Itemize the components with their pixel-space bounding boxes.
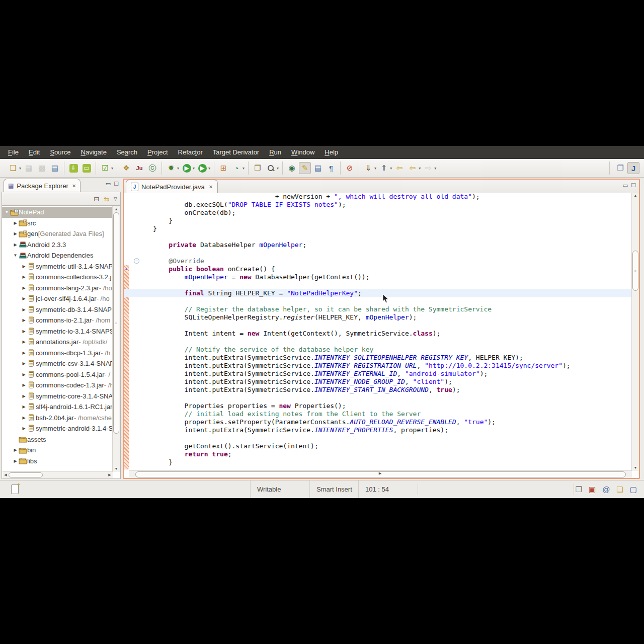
menu-window[interactable]: Window	[286, 146, 319, 159]
minimize-icon[interactable]: ▭	[623, 182, 628, 189]
collapse-arrow-icon[interactable]: ▼	[13, 253, 18, 258]
tree-item-commons-dbcp-1-3-jar[interactable]: ▶010commons-dbcp-1.3.jar - /h	[2, 348, 113, 359]
android-sdk-manager-button[interactable]: ⇩	[67, 162, 79, 174]
editor-tab[interactable]: J NotePadProvider.java ✕	[126, 180, 218, 193]
document-export-icon[interactable]: ❏	[616, 485, 623, 494]
run-dropdown-icon[interactable]: ▾	[193, 166, 195, 171]
tree-item-commons-collections-3-2-j[interactable]: ▶010commons-collections-3.2.j	[2, 272, 113, 283]
scroll-up-icon[interactable]: ▲	[113, 207, 120, 212]
code-line[interactable]: intent.putExtra(SymmetricService.INTENTK…	[124, 370, 632, 378]
at-sign-icon[interactable]: @	[602, 485, 610, 494]
fold-collapse-icon[interactable]: −	[134, 258, 139, 264]
expand-arrow-icon[interactable]: ▶	[21, 372, 27, 377]
collapse-arrow-icon[interactable]: ▼	[4, 210, 10, 214]
menu-refactor[interactable]: Refactor	[173, 146, 208, 159]
scroll-up-icon[interactable]: ▲	[632, 193, 639, 198]
close-icon[interactable]: ✕	[209, 184, 213, 190]
menu-project[interactable]: Project	[142, 146, 173, 159]
previous-annotation-button[interactable]: ⇑	[378, 162, 390, 174]
next-annotation-dropdown-icon[interactable]: ▾	[374, 166, 376, 171]
new-android-test-project-dropdown-icon[interactable]: ▾	[243, 166, 245, 171]
code-line[interactable]: onCreate(db);	[124, 209, 632, 217]
new-wizard-dropdown-icon[interactable]: ▾	[19, 166, 21, 171]
search-dropdown-icon[interactable]: ▾	[277, 166, 279, 171]
android-virtual-device-manager-button[interactable]: ▭	[80, 162, 93, 174]
tree-item-commons-lang-2-3-jar[interactable]: ▶010commons-lang-2.3.jar - /ho	[2, 283, 113, 294]
run-external-tools-dropdown-icon[interactable]: ▾	[208, 166, 210, 171]
user-image-icon[interactable]: ▣	[589, 485, 596, 494]
code-line[interactable]	[124, 297, 632, 305]
menu-navigate[interactable]: Navigate	[76, 146, 112, 159]
code-line[interactable]: public boolean onCreate() {	[124, 265, 632, 273]
package-explorer-tab[interactable]: ▦ Package Explorer ✕	[4, 179, 80, 192]
expand-arrow-icon[interactable]: ▶	[13, 221, 18, 225]
menu-target-derivator[interactable]: Target Derivator	[208, 146, 264, 159]
menu-file[interactable]: File	[3, 146, 24, 159]
show-source-of-selected-element-button[interactable]: ▤	[312, 162, 324, 174]
code-line[interactable]: final String HELPER_KEY = "NotePadHelper…	[124, 289, 632, 297]
print-button[interactable]: ▤	[49, 162, 61, 174]
tree-horizontal-scrollbar[interactable]: ◀ ▶	[3, 471, 113, 478]
new-android-project-button[interactable]: ⊞	[217, 162, 229, 174]
toggle-breadcrumb-button[interactable]: ◉	[286, 162, 298, 174]
expand-arrow-icon[interactable]: ▶	[21, 286, 27, 290]
code-line[interactable]: intent.putExtra(SymmetricService.INTENTK…	[124, 386, 632, 394]
code-line[interactable]	[124, 249, 632, 257]
tree-item-libs[interactable]: ▶libs	[2, 456, 113, 467]
tree-item-notepad[interactable]: ▼JNotePad	[2, 207, 113, 218]
code-line[interactable]	[124, 281, 632, 289]
tree-item-jcl-over-slf4j-1-6-4-jar[interactable]: ▶010jcl-over-slf4j-1.6.4.jar - /ho	[2, 293, 113, 304]
code-line[interactable]: }	[124, 217, 632, 225]
code-line[interactable]: @Override	[124, 257, 632, 265]
debug-button[interactable]: ✹	[165, 162, 177, 174]
code-line[interactable]: getContext().startService(intent);	[124, 442, 632, 450]
code-text[interactable]: + newVersion + ", which will destroy all…	[124, 193, 632, 466]
show-whitespace-button[interactable]: ¶	[325, 162, 337, 174]
lint-check-dropdown-icon[interactable]: ▾	[111, 166, 113, 171]
code-line[interactable]: intent.putExtra(SymmetricService.INTENTK…	[124, 354, 632, 362]
open-perspective-button[interactable]: ❐	[614, 162, 626, 174]
scrollbar-thumb[interactable]	[9, 472, 43, 477]
code-line[interactable]	[124, 321, 632, 330]
windows-trim-icon[interactable]: ❐	[575, 485, 582, 494]
code-line[interactable]	[124, 434, 632, 442]
maximize-icon[interactable]: ☐	[114, 181, 119, 187]
tree-item-symmetric-io-3-1-4-snapsi[interactable]: ▶010symmetric-io-3.1.4-SNAPSI	[2, 326, 113, 337]
tree-item-annotations-jar[interactable]: ▶010annotations.jar - /opt/sdk/	[2, 337, 113, 348]
lint-check-button[interactable]: ☑	[99, 162, 111, 174]
tree-item-commons-io-2-1-jar[interactable]: ▶010commons-io-2.1.jar - /hom	[2, 315, 113, 326]
code-line[interactable]: mOpenHelper = new DatabaseHelper(getCont…	[124, 273, 632, 281]
expand-arrow-icon[interactable]: ▶	[21, 394, 27, 398]
code-line[interactable]: Properties properties = new Properties()…	[124, 402, 632, 410]
tree-item-android-dependencies[interactable]: ▼Android Dependencies	[2, 250, 113, 261]
code-line[interactable]: intent.putExtra(SymmetricService.INTENTK…	[124, 378, 632, 386]
expand-arrow-icon[interactable]: ▶	[13, 231, 18, 236]
link-with-editor-icon[interactable]: ⇆	[104, 195, 109, 203]
tree-item-symmetric-csv-3-1-4-snap[interactable]: ▶010symmetric-csv-3.1.4-SNAP	[2, 358, 113, 369]
forward-dropdown-icon[interactable]: ▾	[434, 166, 436, 171]
debug-dropdown-icon[interactable]: ▾	[177, 166, 179, 171]
collapse-all-icon[interactable]: ⊟	[94, 195, 99, 203]
tree-vertical-scrollbar[interactable]: ▲ ≡ ▼	[112, 206, 120, 472]
code-line[interactable]: private DatabaseHelper mOpenHelper;	[124, 241, 632, 249]
run-button[interactable]: ▶	[181, 162, 193, 174]
code-line[interactable]: // initial load existing notes from the …	[124, 410, 632, 418]
tree-item-commons-pool-1-5-4-jar[interactable]: ▶010commons-pool-1.5.4.jar - /	[2, 369, 113, 380]
menu-help[interactable]: Help	[319, 146, 343, 159]
new-java-package-button[interactable]: ❖	[120, 162, 132, 174]
new-junit-test-button[interactable]: Ju	[133, 162, 145, 174]
expand-arrow-icon[interactable]: ▶	[21, 318, 27, 323]
next-annotation-button[interactable]: ⇓	[362, 162, 374, 174]
expand-arrow-icon[interactable]: ▶	[21, 296, 27, 301]
tree-item-bsh-2-0b4-jar[interactable]: ▶010bsh-2.0b4.jar - /home/cshe	[2, 413, 113, 424]
tree-item-commons-codec-1-3-jar[interactable]: ▶010commons-codec-1.3.jar - /h	[2, 380, 113, 391]
menu-source[interactable]: Source	[45, 146, 75, 159]
tree-item-symmetric-db-3-1-4-snaps[interactable]: ▶010symmetric-db-3.1.4-SNAPS	[2, 304, 113, 315]
expand-arrow-icon[interactable]: ▶	[21, 416, 27, 420]
expand-arrow-icon[interactable]: ▶	[13, 448, 18, 452]
new-java-class-button[interactable]: ⓒ	[146, 162, 158, 174]
code-line[interactable]: intent.putExtra(SymmetricService.INTENTK…	[124, 426, 632, 434]
previous-annotation-dropdown-icon[interactable]: ▾	[390, 166, 392, 171]
expand-arrow-icon[interactable]: ▶	[13, 243, 18, 247]
expand-arrow-icon[interactable]: ▶	[13, 459, 18, 463]
